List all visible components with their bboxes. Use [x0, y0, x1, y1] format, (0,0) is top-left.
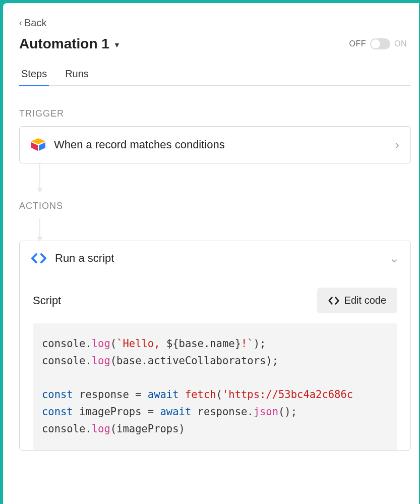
chevron-down-icon: ⌄ — [389, 251, 399, 265]
chevron-right-icon: › — [395, 137, 399, 153]
toggle-on-label: ON — [394, 39, 407, 48]
trigger-title: When a record matches conditions — [54, 138, 225, 151]
trigger-card[interactable]: When a record matches conditions › — [19, 126, 411, 163]
script-label: Script — [33, 294, 61, 307]
enable-toggle[interactable] — [370, 38, 390, 49]
page-title: Automation 1 — [19, 36, 109, 52]
chevron-left-icon: ‹ — [19, 18, 22, 28]
trigger-section-label: TRIGGER — [19, 108, 411, 119]
tab-steps[interactable]: Steps — [19, 63, 49, 86]
action-card-header[interactable]: Run a script ⌄ — [20, 241, 410, 275]
airtable-icon — [31, 138, 46, 151]
toggle-off-label: OFF — [349, 39, 367, 48]
connector-line — [39, 218, 40, 241]
code-block: console.log(`Hello, ${base.name}!`); con… — [33, 323, 397, 450]
back-link[interactable]: ‹ Back — [19, 17, 46, 29]
actions-section-label: ACTIONS — [19, 201, 411, 211]
back-label: Back — [24, 17, 46, 29]
code-icon — [328, 296, 339, 306]
chevron-down-icon: ▼ — [113, 41, 121, 49]
code-icon — [31, 251, 47, 265]
automation-title-dropdown[interactable]: Automation 1 ▼ — [19, 36, 121, 52]
connector-line — [39, 163, 40, 192]
edit-code-button[interactable]: Edit code — [317, 288, 397, 313]
action-title: Run a script — [55, 252, 114, 265]
tab-runs[interactable]: Runs — [63, 63, 91, 86]
edit-code-label: Edit code — [344, 295, 386, 306]
